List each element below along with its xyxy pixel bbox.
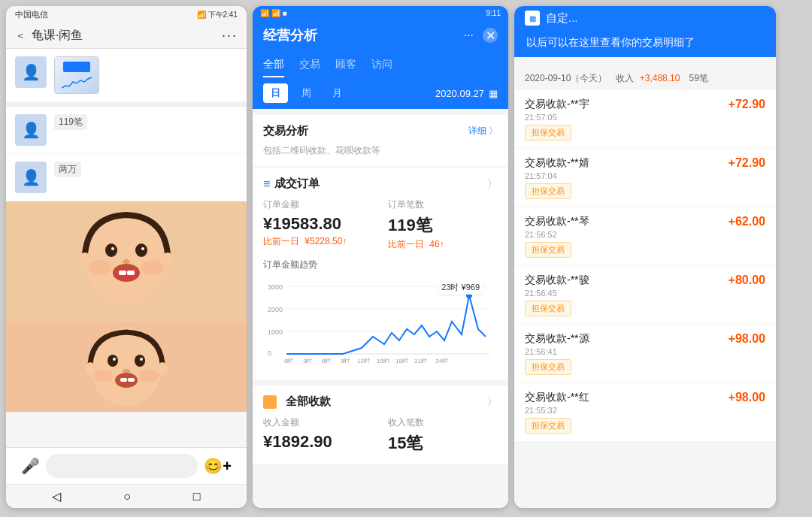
amount-value: ¥19583.80 — [263, 214, 373, 234]
transaction-item[interactable]: 交易收款-**婧 +72.90 21:57:04 担保交易 — [514, 149, 776, 207]
date-value: 2020.09.27 ▦ — [435, 88, 498, 99]
s2-close-button[interactable]: ✕ — [483, 28, 498, 43]
chart-title: 订单金额趋势 — [263, 258, 498, 271]
svg-text:1000: 1000 — [268, 328, 283, 336]
back-button[interactable]: ＜ — [15, 29, 26, 43]
status-icons: 📶 下午2:41 — [197, 10, 238, 20]
tx-time: 21:57:04 — [525, 171, 765, 180]
svg-point-3 — [135, 243, 147, 257]
add-button[interactable]: + — [223, 458, 232, 475]
tab-visit[interactable]: 访问 — [371, 53, 392, 77]
svg-point-12 — [162, 252, 174, 268]
s3-header-icon: ▦ — [525, 11, 540, 26]
svg-rect-23 — [120, 378, 127, 382]
svg-point-25 — [85, 362, 95, 376]
svg-point-20 — [140, 358, 143, 361]
calendar-icon[interactable]: ▦ — [489, 88, 498, 99]
list-item[interactable]: 👤 119笔 — [6, 107, 247, 153]
chart-tooltip: 23时 ¥969 — [438, 280, 483, 295]
home-nav-icon[interactable]: ○ — [123, 490, 131, 503]
tx-time: 21:56:45 — [525, 289, 765, 298]
tx-amount: +72.90 — [729, 98, 765, 111]
s2-date-bar: 日 周 月 2020.09.27 ▦ — [253, 77, 508, 109]
more-button[interactable]: ··· — [222, 28, 238, 44]
svg-rect-10 — [127, 271, 135, 275]
signal-icon: 📶 — [197, 11, 206, 19]
collection-arrow[interactable]: 〉 — [487, 395, 498, 409]
svg-rect-9 — [119, 271, 126, 275]
svg-point-11 — [79, 252, 91, 268]
message-content: 两万 — [54, 162, 238, 177]
tx-name: 交易收款-**骏 — [525, 274, 589, 287]
tx-name: 交易收款-**红 — [525, 391, 589, 404]
nav-title: 龟课·闲鱼 — [32, 28, 222, 44]
s2-header: 经营分析 ··· ✕ — [253, 20, 508, 53]
tx-amount: +72.90 — [729, 156, 765, 170]
transaction-item[interactable]: 交易收款-**红 +98.00 21:55:32 担保交易 — [514, 383, 776, 441]
voice-button[interactable]: 🎤 — [21, 457, 40, 475]
svg-rect-24 — [128, 378, 135, 382]
message-content: 119笔 — [54, 114, 238, 130]
all-collection-section: 全部收款 〉 收入金额 ¥1892.90 收入笔数 15笔 — [253, 385, 508, 464]
amount-label: 订单金额 — [263, 198, 373, 211]
carrier-text: 中国电信 — [15, 9, 48, 20]
month-button[interactable]: 月 — [325, 83, 350, 103]
s2-header-actions: ··· ✕ — [464, 28, 498, 43]
income-label: 收入 +3,488.10 — [616, 72, 680, 85]
svg-point-18 — [135, 355, 145, 367]
transaction-item[interactable]: 交易收款-**骏 +80.00 21:56:45 担保交易 — [514, 266, 776, 324]
tx-badge: 担保交易 — [525, 125, 571, 141]
message-content — [54, 56, 238, 94]
collection-stats: 收入金额 ¥1892.90 收入笔数 15笔 — [263, 416, 498, 455]
orders-arrow[interactable]: 〉 — [487, 177, 498, 191]
list-item[interactable]: 👤 — [6, 49, 247, 101]
tab-trade[interactable]: 交易 — [299, 53, 320, 77]
svg-text:0时: 0时 — [284, 358, 293, 363]
tx-badge: 担保交易 — [525, 418, 571, 434]
transaction-item[interactable]: 交易收款-**琴 +62.00 21:56:52 担保交易 — [514, 207, 776, 265]
day-button[interactable]: 日 — [263, 83, 288, 103]
s3-body: 2020-09-10（今天） 收入 +3,488.10 59笔 交易收款-**宇… — [514, 32, 776, 508]
tx-name: 交易收款-**源 — [525, 332, 589, 346]
emoji-button[interactable]: 😊 — [204, 457, 223, 475]
message-badge: 119笔 — [54, 114, 87, 130]
count-change: 比前一日 46↑ — [388, 238, 498, 251]
chart-area: 23时 ¥969 3000 2000 1000 0 — [263, 280, 498, 370]
week-button[interactable]: 周 — [294, 83, 319, 103]
trade-analysis-title: 交易分析 — [263, 124, 308, 138]
message-input[interactable] — [46, 454, 198, 478]
s1-content: 👤 — [6, 49, 247, 447]
avatar: 👤 — [15, 162, 47, 193]
svg-text:3时: 3时 — [303, 358, 312, 363]
tx-time: 21:57:05 — [525, 113, 765, 122]
collection-title: 全部收款 — [263, 395, 331, 409]
s2-body: 交易分析 详细 〉 包括二维码收款、花呗收款等 ≡ 成交订单 〉 订单金额 — [253, 109, 508, 508]
transaction-item[interactable]: 交易收款-**源 +98.00 21:56:41 担保交易 — [514, 325, 776, 382]
svg-point-8 — [114, 268, 138, 281]
recent-nav-icon[interactable]: □ — [193, 490, 201, 503]
svg-text:24时: 24时 — [435, 358, 448, 363]
tx-amount: +98.00 — [729, 332, 765, 346]
tab-all[interactable]: 全部 — [263, 53, 284, 77]
svg-point-28 — [139, 370, 159, 382]
tab-customer[interactable]: 顾客 — [335, 53, 356, 77]
income-stat: 收入金额 ¥1892.90 — [263, 416, 373, 455]
s2-more-button[interactable]: ··· — [464, 29, 474, 42]
svg-point-2 — [105, 243, 117, 257]
svg-point-17 — [108, 355, 118, 367]
detail-link[interactable]: 详细 〉 — [468, 125, 498, 138]
orders-title: ≡ 成交订单 — [263, 177, 320, 191]
count-label: 订单笔数 — [388, 198, 498, 211]
list-item[interactable]: 👤 两万 — [6, 154, 247, 201]
tx-time: 21:55:32 — [525, 406, 765, 415]
income-label: 收入金额 — [263, 416, 373, 429]
amount-change: 比前一日 ¥5228.50↑ — [263, 235, 373, 248]
transaction-item[interactable]: 交易收款-**宇 +72.90 21:57:05 担保交易 — [514, 90, 776, 148]
svg-point-4 — [111, 247, 114, 250]
avatar: 👤 — [15, 56, 47, 88]
tx-badge: 担保交易 — [525, 301, 571, 316]
back-nav-icon[interactable]: ◁ — [52, 489, 61, 503]
screen1: 中国电信 📶 下午2:41 ＜ 龟课·闲鱼 ··· 👤 — [6, 6, 247, 508]
s2-signal: 📶 📶 ■ — [260, 9, 287, 17]
tx-badge: 担保交易 — [525, 242, 571, 258]
